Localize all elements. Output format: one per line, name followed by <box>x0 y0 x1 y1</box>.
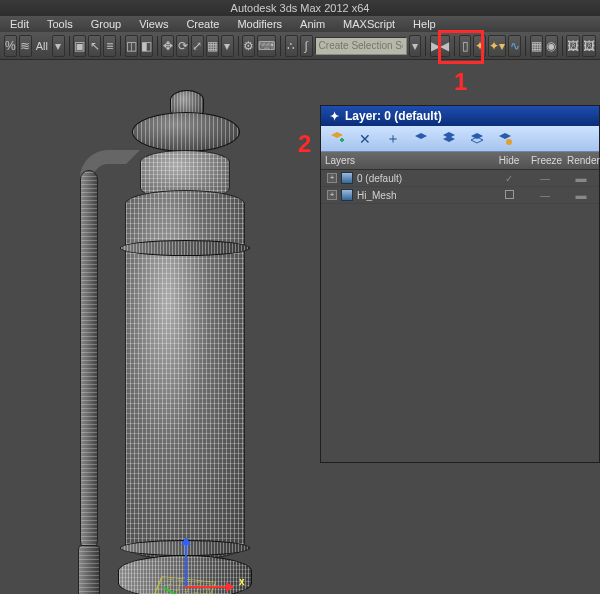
nozzle <box>78 545 100 594</box>
curve-editor-icon[interactable]: ∿ <box>508 35 521 57</box>
col-hide[interactable]: Hide <box>491 155 527 166</box>
window-crossing-icon[interactable]: ◧ <box>140 35 153 57</box>
hide-unhide-icon[interactable] <box>467 129 487 149</box>
menu-help[interactable]: Help <box>407 18 442 30</box>
layer-panel-toolbar: ✕ ＋ <box>321 126 599 152</box>
menu-modifiers[interactable]: Modifiers <box>231 18 288 30</box>
expand-icon[interactable]: + <box>327 190 337 200</box>
render-frame-icon[interactable]: 🖼 <box>582 35 596 57</box>
menu-bar: Edit Tools Group Views Create Modifiers … <box>0 16 600 32</box>
hose <box>80 170 98 550</box>
move-icon[interactable]: ✥ <box>161 35 174 57</box>
keyboard-icon[interactable]: ⌨ <box>257 35 276 57</box>
separator <box>280 36 281 56</box>
render-cell[interactable]: ▬ <box>563 189 599 201</box>
menu-tools[interactable]: Tools <box>41 18 79 30</box>
add-to-layer-icon[interactable]: ＋ <box>383 129 403 149</box>
model-wireframe <box>70 70 270 594</box>
manipulate-icon[interactable]: ⚙ <box>242 35 255 57</box>
col-freeze[interactable]: Freeze <box>527 155 563 166</box>
arrow-cursor-icon[interactable]: ↖ <box>88 35 101 57</box>
expand-icon[interactable]: + <box>327 173 337 183</box>
title-bar: Autodesk 3ds Max 2012 x64 <box>0 0 600 16</box>
app-title: Autodesk 3ds Max 2012 x64 <box>231 2 370 14</box>
layer-manager-panel: ✦ Layer: 0 (default) ✕ ＋ Layers Hide Fre… <box>320 105 600 463</box>
layer-row[interactable]: + 0 (default) ✓ — ▬ <box>321 170 599 187</box>
select-layers-icon[interactable] <box>439 129 459 149</box>
hide-cell[interactable]: ✓ <box>491 173 527 184</box>
pivot-icon[interactable]: ▾ <box>221 35 234 57</box>
layer-name: Hi_Mesh <box>357 190 491 201</box>
link-icon[interactable]: % <box>4 35 17 57</box>
separator <box>454 36 455 56</box>
rotate-icon[interactable]: ⟳ <box>176 35 189 57</box>
layer-panel-title: Layer: 0 (default) <box>345 109 442 123</box>
schematic-view-icon[interactable]: ▦ <box>530 35 543 57</box>
layer-icon <box>341 189 353 201</box>
curve-icon[interactable]: ∫ <box>300 35 313 57</box>
separator <box>69 36 70 56</box>
select-objects-icon[interactable] <box>411 129 431 149</box>
layer-manager-icon[interactable]: ✦ <box>473 35 486 57</box>
hide-cell[interactable] <box>491 190 527 201</box>
render-setup-icon[interactable]: 🖼 <box>566 35 580 57</box>
menu-create[interactable]: Create <box>180 18 225 30</box>
cap <box>132 112 240 152</box>
menu-edit[interactable]: Edit <box>4 18 35 30</box>
select-box-icon[interactable]: ▣ <box>73 35 86 57</box>
dropdown-icon[interactable]: ▾ <box>52 35 65 57</box>
align-icon[interactable]: ▯ <box>459 35 472 57</box>
layer-name: 0 (default) <box>357 173 491 184</box>
callout-number-2: 2 <box>298 130 311 158</box>
named-selection-input[interactable] <box>315 37 407 55</box>
ring-lower <box>120 540 250 556</box>
scale-icon[interactable]: ⤢ <box>191 35 204 57</box>
filter-all-label: All <box>34 40 50 52</box>
ring-upper <box>120 240 250 256</box>
separator <box>120 36 121 56</box>
menu-animation[interactable]: Anim <box>294 18 331 30</box>
col-render[interactable]: Render <box>563 155 599 166</box>
svg-point-0 <box>506 139 512 145</box>
waves-icon[interactable]: ≋ <box>19 35 32 57</box>
main-toolbar: % ≋ All ▾ ▣ ↖ ≡ ◫ ◧ ✥ ⟳ ⤢ ▦ ▾ ⚙ ⌨ ∴ ∫ ▾ … <box>0 32 600 60</box>
create-new-layer-icon[interactable] <box>327 129 347 149</box>
separator <box>238 36 239 56</box>
callout-number-1: 1 <box>454 68 467 96</box>
separator <box>425 36 426 56</box>
select-rect-icon[interactable]: ◫ <box>125 35 138 57</box>
mirror-icon[interactable]: ▶◀ <box>430 35 450 57</box>
separator <box>525 36 526 56</box>
freeze-cell[interactable]: — <box>527 190 563 201</box>
freeze-cell[interactable]: — <box>527 173 563 184</box>
col-layers[interactable]: Layers <box>321 155 491 166</box>
layer-list[interactable]: + 0 (default) ✓ — ▬ + Hi_Mesh — ▬ <box>321 170 599 462</box>
separator <box>157 36 158 56</box>
ref-coord-icon[interactable]: ▦ <box>206 35 219 57</box>
layer-dropdown-icon[interactable]: ✦▾ <box>488 35 506 57</box>
dropdown-icon[interactable]: ▾ <box>409 35 422 57</box>
snap-2d-icon[interactable]: ∴ <box>285 35 298 57</box>
material-editor-icon[interactable]: ◉ <box>545 35 558 57</box>
layer-icon <box>341 172 353 184</box>
layer-row[interactable]: + Hi_Mesh — ▬ <box>321 187 599 204</box>
base <box>118 555 252 594</box>
layer-panel-title-icon: ✦ <box>327 109 341 123</box>
separator <box>562 36 563 56</box>
layer-panel-titlebar[interactable]: ✦ Layer: 0 (default) <box>321 106 599 126</box>
list-icon[interactable]: ≡ <box>103 35 116 57</box>
layer-properties-icon[interactable] <box>495 129 515 149</box>
menu-views[interactable]: Views <box>133 18 174 30</box>
delete-layer-icon[interactable]: ✕ <box>355 129 375 149</box>
render-cell[interactable]: ▬ <box>563 172 599 184</box>
menu-group[interactable]: Group <box>85 18 128 30</box>
layer-columns-header: Layers Hide Freeze Render <box>321 152 599 170</box>
menu-maxscript[interactable]: MAXScript <box>337 18 401 30</box>
